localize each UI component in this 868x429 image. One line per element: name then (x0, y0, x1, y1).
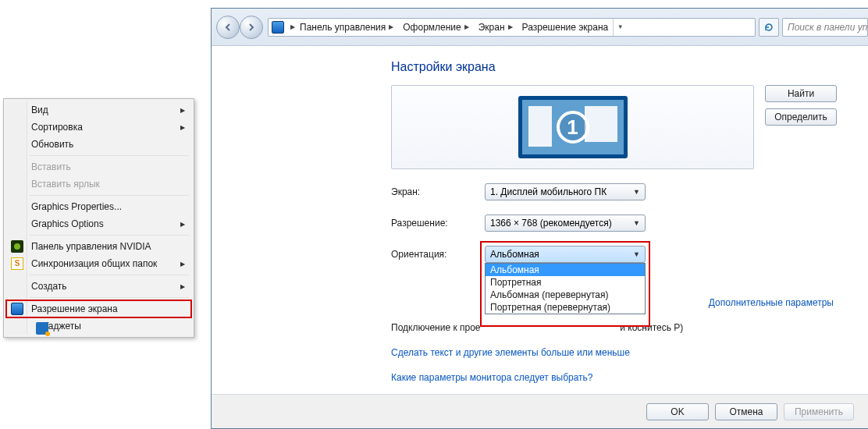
menu-label: Синхронизация общих папок (31, 258, 157, 269)
menu-new[interactable]: Создать▶ (6, 278, 191, 295)
menu-separator (30, 297, 189, 298)
chevron-right-icon: ▶ (180, 261, 185, 268)
chevron-down-icon: ▼ (633, 219, 640, 227)
menu-sync-folders[interactable]: Синхронизация общих папок▶ (6, 255, 191, 272)
crumb-label: Панель управления (300, 22, 386, 33)
apply-button[interactable]: Применить (784, 403, 854, 420)
orientation-option[interactable]: Альбомная (486, 264, 645, 276)
menu-separator (30, 275, 189, 275)
address-bar[interactable]: ▶ Панель управления▶ Оформление▶ Экран▶ … (268, 18, 756, 37)
ok-button[interactable]: OK (646, 403, 709, 420)
projector-text-prefix: Подключение к прое (391, 322, 481, 333)
orientation-combo[interactable]: Альбомная▼ (485, 246, 646, 263)
menu-paste-shortcut: Вставить ярлык (6, 176, 191, 193)
chevron-right-icon: ▶ (461, 23, 471, 30)
which-settings-link[interactable]: Какие параметры монитора следует выбрать… (391, 372, 593, 383)
button-label: Найти (788, 88, 814, 99)
menu-label: Вид (31, 105, 48, 115)
chevron-right-icon: ▶ (386, 23, 395, 30)
crumb-label: Экран (478, 22, 505, 33)
nvidia-icon (11, 240, 23, 253)
menu-label: Сортировка (31, 122, 83, 133)
menu-label: Вставить (31, 161, 71, 172)
resolution-combo[interactable]: 1366 × 768 (рекомендуется)▼ (485, 214, 646, 232)
breadcrumb-item[interactable]: Разрешение экрана (519, 19, 614, 36)
button-label: OK (671, 406, 684, 417)
breadcrumb-item[interactable]: Экран▶ (475, 19, 519, 36)
button-label: Применить (795, 406, 843, 417)
button-label: Определить (774, 112, 827, 122)
crumb-label: Оформление (403, 22, 461, 33)
option-label: Портретная (перевернутая) (490, 302, 610, 313)
search-input[interactable]: Поиск в панели упр (782, 18, 868, 37)
combo-value: Альбомная (490, 249, 539, 260)
combo-value: 1366 × 768 (рекомендуется) (490, 218, 612, 229)
menu-gadgets[interactable]: Гаджеты (6, 317, 191, 335)
chevron-down-icon: ▼ (633, 188, 640, 196)
menu-graphics-properties[interactable]: Graphics Properties... (6, 198, 191, 215)
menu-label: Разрешение экрана (31, 303, 118, 314)
dialog-footer: OK Отмена Применить (212, 394, 868, 428)
menu-refresh[interactable]: Обновить (6, 136, 191, 153)
menu-label: Панель управления NVIDIA (31, 241, 151, 252)
menu-separator (30, 155, 189, 156)
menu-label: Вставить ярлык (31, 179, 100, 190)
breadcrumb-item[interactable]: Панель управления▶ (297, 19, 400, 36)
orientation-label: Ориентация: (391, 249, 485, 260)
display-icon (11, 303, 23, 315)
menu-separator (30, 235, 189, 236)
menu-label: Обновить (31, 139, 73, 150)
search-placeholder: Поиск в панели упр (788, 22, 868, 33)
nav-buttons (216, 16, 263, 39)
detect-button[interactable]: Найти (765, 85, 837, 102)
resolution-label: Разрешение: (391, 218, 485, 229)
sync-icon (11, 257, 23, 270)
breadcrumb-item[interactable]: Оформление▶ (400, 19, 475, 36)
menu-sort[interactable]: Сортировка▶ (6, 119, 191, 136)
screen-resolution-window: ▶ Панель управления▶ Оформление▶ Экран▶ … (211, 8, 868, 429)
option-label: Альбомная (490, 264, 539, 275)
identify-button[interactable]: Определить (765, 108, 837, 126)
page-content: Настройки экрана 1 Найти Определить Экра… (212, 46, 868, 394)
chevron-right-icon: ▶ (287, 23, 297, 30)
chevron-down-icon: ▼ (633, 250, 640, 258)
menu-view[interactable]: Вид▶ (6, 101, 191, 119)
option-label: Альбомная (перевернутая) (490, 289, 608, 300)
cancel-button[interactable]: Отмена (715, 403, 777, 420)
chevron-right-icon: ▶ (180, 107, 185, 114)
chevron-right-icon: ▶ (505, 23, 514, 30)
menu-label: Создать (31, 281, 67, 292)
monitor-thumbnail[interactable]: 1 (518, 96, 628, 158)
combo-value: 1. Дисплей мобильного ПК (490, 186, 607, 197)
control-panel-icon (272, 21, 284, 34)
address-dropdown[interactable]: ▼ (613, 19, 627, 36)
chevron-right-icon: ▶ (180, 283, 185, 290)
advanced-settings-link[interactable]: Дополнительные параметры (709, 297, 834, 308)
chevron-right-icon: ▶ (180, 221, 185, 228)
orientation-option[interactable]: Портретная (перевернутая) (486, 301, 645, 314)
window-titlebar: ▶ Панель управления▶ Оформление▶ Экран▶ … (212, 9, 868, 46)
menu-graphics-options[interactable]: Graphics Options▶ (6, 215, 191, 232)
projector-text-suffix: и коснитесь P) (620, 322, 683, 333)
menu-paste: Вставить (6, 158, 191, 176)
orientation-option[interactable]: Альбомная (перевернутая) (486, 289, 645, 301)
desktop-context-menu: Вид▶ Сортировка▶ Обновить Вставить Встав… (3, 98, 194, 338)
orientation-option[interactable]: Портретная (486, 276, 645, 289)
menu-separator (30, 195, 189, 196)
forward-button[interactable] (240, 16, 263, 39)
monitor-number: 1 (557, 111, 589, 144)
menu-screen-resolution[interactable]: Разрешение экрана (6, 300, 191, 317)
button-label: Отмена (729, 406, 763, 417)
text-size-link[interactable]: Сделать текст и другие элементы больше и… (391, 347, 630, 358)
back-button[interactable] (216, 16, 240, 39)
screen-label: Экран: (391, 186, 485, 197)
option-label: Портретная (490, 277, 541, 288)
orientation-dropdown: Альбомная Портретная Альбомная (переверн… (485, 263, 646, 314)
screen-combo[interactable]: 1. Дисплей мобильного ПК▼ (485, 183, 646, 200)
menu-nvidia[interactable]: Панель управления NVIDIA (6, 238, 191, 255)
refresh-button[interactable] (759, 18, 779, 37)
crumb-label: Разрешение экрана (522, 22, 609, 33)
menu-label: Graphics Properties... (31, 201, 122, 212)
monitor-preview-panel[interactable]: 1 (391, 85, 754, 169)
menu-label: Graphics Options (31, 218, 104, 229)
